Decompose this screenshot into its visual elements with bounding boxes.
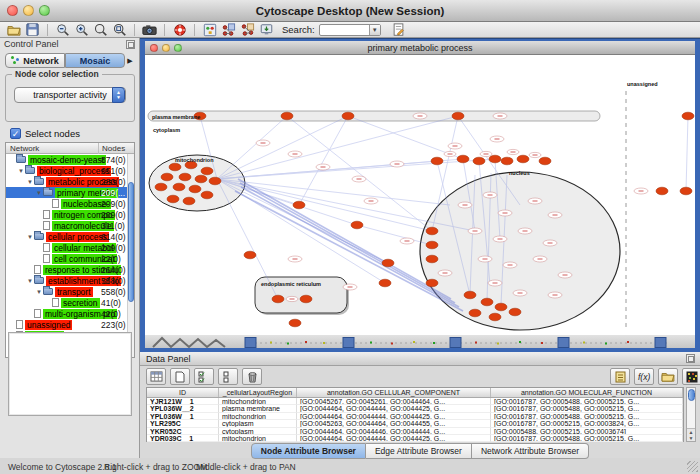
help-ring-icon[interactable] — [172, 23, 187, 37]
tree-scrollbar[interactable] — [127, 154, 134, 357]
tab-mosaic-label: Mosaic — [80, 56, 111, 66]
tree-row[interactable]: ▼metabolic process280(0) — [6, 176, 134, 187]
folder-icon — [34, 178, 44, 185]
tree-row[interactable]: multi-organism pro42(0) — [6, 308, 134, 319]
tree-col-nodes[interactable]: Nodes — [102, 144, 125, 153]
notes-icon[interactable] — [610, 368, 630, 385]
node-color-selection-label: Node color selection — [12, 69, 102, 79]
search-dropdown-arrow[interactable]: ▼ — [369, 25, 380, 35]
resize-grip[interactable] — [687, 461, 698, 472]
import-network-icon[interactable] — [259, 23, 274, 37]
formula-builder-icon[interactable]: f(x) — [634, 368, 654, 385]
select-attributes-icon[interactable] — [194, 368, 214, 385]
tree-scrollbar-thumb[interactable] — [128, 182, 134, 302]
data-panel-header[interactable]: Data Panel — [140, 352, 700, 366]
new-attribute-icon[interactable] — [170, 368, 190, 385]
zoom-in-icon[interactable] — [74, 23, 89, 37]
zoom-selected-region-icon[interactable] — [93, 23, 108, 37]
zoom-window-button[interactable] — [39, 5, 50, 16]
tree-row-nodes-count: 42(0) — [101, 309, 121, 319]
tab-network-attribute-browser[interactable]: Network Attribute Browser — [472, 443, 589, 459]
open-file-icon[interactable] — [6, 23, 21, 37]
background-selection-squares — [245, 338, 666, 348]
tree-row[interactable]: mosaic-demo-yeast874(0) — [6, 154, 134, 165]
tree-row-nodes-count: 311(0) — [101, 221, 125, 231]
nucleus-region[interactable] — [420, 172, 620, 330]
table-column-header[interactable]: annotation.GO MOLECULAR_FUNCTION — [491, 388, 683, 397]
table-scrollbar[interactable]: ▲▼ — [686, 387, 696, 442]
status-pan-hint: Middle-click + drag to PAN — [196, 462, 296, 472]
control-panel-tabs: Network Mosaic ▶ — [5, 53, 135, 68]
expander-icon[interactable]: ▼ — [26, 234, 34, 240]
expander-icon[interactable]: ▼ — [17, 168, 25, 174]
tree-row[interactable]: ▼biological_process651(0) — [6, 165, 134, 176]
node-color-dropdown[interactable]: transporter activity ▲▼ — [14, 87, 126, 103]
network-canvas[interactable]: plasma membrane cytoplasm mitochondrion … — [145, 55, 695, 335]
file-icon — [34, 309, 41, 318]
window-titlebar[interactable]: Cytoscape Desktop (New Session) — [0, 0, 700, 22]
table-row[interactable]: YPL036W__1mitochondrion[GO:0044464, GO:0… — [147, 413, 683, 420]
plasma-membrane-region[interactable] — [148, 111, 600, 121]
save-icon[interactable] — [25, 23, 40, 37]
unselect-attributes-icon[interactable] — [218, 368, 238, 385]
attribute-editor-icon[interactable] — [391, 23, 406, 37]
table-column-header[interactable]: _cellularLayoutRegion — [219, 388, 297, 397]
expander-icon[interactable]: ▼ — [35, 289, 43, 295]
tree-row[interactable]: secretion41(0) — [6, 297, 134, 308]
attribute-table[interactable]: ID_cellularLayoutRegionannotation.GO CEL… — [146, 387, 684, 442]
table-column-header[interactable]: annotation.GO CELLULAR_COMPONENT — [297, 388, 491, 397]
frame-zoom-button[interactable] — [174, 44, 182, 52]
expander-icon[interactable]: ▼ — [35, 190, 43, 196]
tab-mosaic[interactable]: Mosaic — [65, 53, 125, 68]
tab-node-attribute-browser[interactable]: Node Attribute Browser — [251, 443, 366, 459]
attribute-matrix-icon[interactable] — [682, 368, 700, 385]
table-scrollbar-arrows[interactable]: ▲▼ — [687, 428, 695, 441]
snapshot-camera-icon[interactable] — [142, 23, 157, 37]
zoom-fit-icon[interactable] — [112, 23, 127, 37]
table-column-header[interactable]: ID — [147, 388, 219, 397]
toolbar-separator — [194, 24, 195, 36]
birdseye-overview-panel[interactable] — [8, 332, 132, 416]
tree-row[interactable]: cell communicat22(0) — [6, 253, 134, 264]
table-row[interactable]: YDR039C__1mitochondrion[GO:0044464, GO:0… — [147, 435, 683, 442]
import-attributes-icon[interactable] — [658, 368, 678, 385]
search-input[interactable]: ▼ — [319, 24, 381, 36]
frame-close-button[interactable] — [150, 44, 158, 52]
tree-row[interactable]: ▼transport558(0) — [6, 286, 134, 297]
tree-row[interactable]: nucleobase-209(0) — [6, 198, 134, 209]
tree-row[interactable]: ▼primary metabo209(... — [6, 187, 134, 198]
tree-row[interactable]: unassigned223(0) — [6, 319, 134, 330]
zoom-out-icon[interactable] — [55, 23, 70, 37]
tree-row[interactable]: cellular metabol209(0) — [6, 242, 134, 253]
layout-network-a-icon[interactable] — [221, 23, 236, 37]
data-panel-float-icon[interactable] — [686, 354, 695, 363]
expander-icon[interactable]: ▼ — [26, 278, 34, 284]
tree-col-network[interactable]: Network — [10, 144, 39, 153]
tree-row[interactable]: macromolecule311(0) — [6, 220, 134, 231]
annotation-palette-icon[interactable] — [202, 23, 217, 37]
tree-row[interactable]: ▼cellular process614(0) — [6, 231, 134, 242]
tree-row[interactable]: nitrogen compo209(0) — [6, 209, 134, 220]
table-scrollbar-thumb[interactable] — [688, 389, 695, 401]
tree-row[interactable]: ▼establishment of lo558(0) — [6, 275, 134, 286]
table-cell: [GO:0016787, GO:0005215, GO:0003824, G..… — [491, 420, 683, 427]
table-row[interactable]: YJR121W__1mitochondrion[GO:0045267, GO:0… — [147, 398, 683, 405]
tree-row[interactable]: response to stimulu264(0) — [6, 264, 134, 275]
table-row[interactable]: YKR052Ccytoplasm[GO:0044464, GO:0044446,… — [147, 428, 683, 435]
tab-edge-attribute-browser[interactable]: Edge Attribute Browser — [366, 443, 472, 459]
frame-minimize-button[interactable] — [162, 44, 170, 52]
minimize-button[interactable] — [23, 5, 34, 16]
table-row[interactable]: YPL036W__2plasma membrane[GO:0044464, GO… — [147, 405, 683, 412]
layout-network-b-icon[interactable] — [240, 23, 255, 37]
attribute-table-icon[interactable] — [146, 368, 166, 385]
delete-attribute-icon[interactable] — [242, 368, 262, 385]
float-panel-icon[interactable] — [126, 40, 135, 49]
tab-network[interactable]: Network — [5, 53, 65, 68]
dropdown-stepper-icon[interactable]: ▲▼ — [112, 87, 125, 103]
network-frame-titlebar[interactable]: primary metabolic process — [145, 41, 695, 55]
select-nodes-checkbox[interactable]: ✓ — [10, 128, 21, 139]
expander-icon[interactable]: ▼ — [26, 179, 34, 185]
tab-overflow-arrow[interactable]: ▶ — [125, 57, 135, 65]
close-button[interactable] — [7, 5, 18, 16]
table-row[interactable]: YLR295Ccytoplasm[GO:0045263, GO:0044464,… — [147, 420, 683, 427]
